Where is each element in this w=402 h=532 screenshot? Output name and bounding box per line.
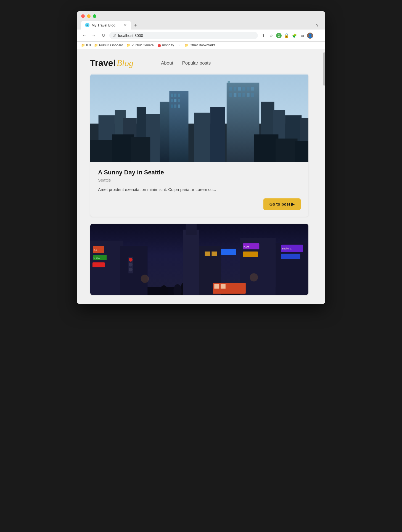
svg-rect-39 xyxy=(112,134,134,162)
blog-logo: Travel Blog xyxy=(90,58,133,68)
svg-rect-12 xyxy=(171,99,173,102)
svg-rect-42 xyxy=(276,139,298,162)
extension-lock-icon[interactable]: 🔒 xyxy=(284,33,289,38)
monday-icon: ⬤ xyxy=(158,44,161,47)
post-image-tokyo: 2.2 N SAL xyxy=(90,224,308,295)
svg-point-60 xyxy=(129,263,133,267)
bookmark-other[interactable]: 📁 Other Bookmarks xyxy=(185,43,215,47)
post-card-seattle: A Sunny Day in Seattle Seattle Amet proi… xyxy=(90,74,309,217)
post-footer-seattle: Go to post ▶ xyxy=(98,198,301,210)
svg-rect-57 xyxy=(92,262,105,267)
folder-icon: 📁 xyxy=(81,44,85,47)
back-button[interactable]: ← xyxy=(81,32,88,39)
security-lock-icon: ⓘ xyxy=(113,33,116,38)
svg-rect-13 xyxy=(174,99,176,102)
post-card-tokyo: 2.2 N SAL xyxy=(90,224,309,295)
post-body-seattle: A Sunny Day in Seattle Seattle Amet proi… xyxy=(90,162,308,217)
share-icon[interactable]: ⬆ xyxy=(261,33,266,38)
svg-text:H&M: H&M xyxy=(244,245,249,248)
post-location-seattle: Seattle xyxy=(98,178,301,182)
svg-point-59 xyxy=(129,258,133,262)
extension-g-icon[interactable]: G xyxy=(276,33,282,38)
close-button[interactable] xyxy=(81,14,85,18)
logo-blog-text: Blog xyxy=(117,58,133,68)
tab-bar: ⚛ My Travel Blog ✕ + ∨ xyxy=(81,21,321,30)
nav-popular-posts[interactable]: Popular posts xyxy=(182,60,211,66)
svg-rect-28 xyxy=(242,93,245,97)
post-title-seattle: A Sunny Day in Seattle xyxy=(98,169,301,176)
forward-button[interactable]: → xyxy=(91,32,97,39)
bookmark-label: Pursuit General xyxy=(131,43,154,47)
post-image-seattle xyxy=(90,74,308,162)
svg-rect-68 xyxy=(243,252,258,257)
svg-text:Euphoria: Euphoria xyxy=(282,247,292,250)
svg-rect-20 xyxy=(234,87,236,91)
tab-chevron-icon[interactable]: ∨ xyxy=(316,23,321,27)
bookmark-label: 8.0 xyxy=(86,43,91,47)
svg-rect-25 xyxy=(229,93,232,97)
reload-button[interactable]: ↻ xyxy=(100,32,107,39)
svg-rect-72 xyxy=(221,249,236,255)
folder-icon: 📁 xyxy=(126,44,130,47)
svg-rect-32 xyxy=(194,113,210,162)
svg-rect-30 xyxy=(251,93,254,97)
svg-rect-21 xyxy=(238,87,241,91)
extensions-icon[interactable]: 🧩 xyxy=(292,33,297,38)
profile-avatar[interactable]: 👤 xyxy=(307,33,313,39)
svg-rect-80 xyxy=(221,284,226,289)
svg-rect-9 xyxy=(171,94,173,97)
svg-rect-29 xyxy=(247,93,250,97)
url-text: localhost:3000 xyxy=(118,33,255,38)
tokyo-night-svg: 2.2 N SAL xyxy=(90,224,308,295)
svg-rect-23 xyxy=(247,87,250,91)
svg-rect-16 xyxy=(174,105,176,108)
svg-rect-79 xyxy=(214,284,219,289)
blog-header: Travel Blog About Popular posts xyxy=(77,49,322,74)
svg-rect-31 xyxy=(228,81,230,83)
svg-rect-40 xyxy=(131,137,150,162)
svg-rect-52 xyxy=(120,246,148,295)
tab-favicon: ⚛ xyxy=(85,23,89,27)
bookmark-monday[interactable]: ⬤ monday xyxy=(158,43,174,47)
svg-rect-71 xyxy=(281,254,300,259)
active-tab[interactable]: ⚛ My Travel Blog ✕ xyxy=(81,21,131,30)
bookmark-label: Pursuit Onboard xyxy=(99,43,123,47)
new-tab-button[interactable]: + xyxy=(131,21,140,30)
split-view-icon[interactable]: ▭ xyxy=(299,33,305,38)
svg-rect-43 xyxy=(295,141,308,162)
svg-rect-15 xyxy=(171,105,173,108)
tab-close-icon[interactable]: ✕ xyxy=(124,23,127,27)
scrollbar-thumb[interactable] xyxy=(323,52,325,86)
address-input[interactable]: ⓘ localhost:3000 xyxy=(109,32,258,39)
bookmark-8[interactable]: 📁 8.0 xyxy=(81,43,91,47)
svg-rect-11 xyxy=(178,94,180,97)
logo-travel-text: Travel xyxy=(90,58,116,68)
bookmark-star-icon[interactable]: ☆ xyxy=(268,33,274,38)
maximize-button[interactable] xyxy=(93,14,96,18)
bookmark-pursuit-onboard[interactable]: 📁 Pursuit Onboard xyxy=(94,43,123,47)
svg-rect-26 xyxy=(234,93,236,97)
svg-text:N SAL: N SAL xyxy=(94,257,100,259)
svg-rect-74 xyxy=(205,252,210,256)
scrollbar-track[interactable] xyxy=(322,49,325,304)
svg-rect-41 xyxy=(254,134,279,162)
svg-rect-63 xyxy=(186,224,197,235)
folder-icon: 📁 xyxy=(185,44,189,47)
minimize-button[interactable] xyxy=(87,14,91,18)
posts-container: A Sunny Day in Seattle Seattle Amet proi… xyxy=(77,74,322,304)
svg-text:2.2: 2.2 xyxy=(94,248,97,251)
traffic-lights xyxy=(81,14,321,18)
svg-rect-10 xyxy=(174,94,176,97)
seattle-skyline-svg xyxy=(90,74,308,162)
svg-rect-22 xyxy=(242,87,245,91)
svg-rect-17 xyxy=(178,105,180,108)
bookmark-pursuit-general[interactable]: 📁 Pursuit General xyxy=(126,43,154,47)
nav-about[interactable]: About xyxy=(161,60,173,66)
bookmark-label: monday xyxy=(162,43,174,47)
go-to-post-seattle-button[interactable]: Go to post ▶ xyxy=(263,198,301,210)
blog-nav: About Popular posts xyxy=(161,60,211,66)
svg-point-76 xyxy=(141,275,149,283)
svg-rect-62 xyxy=(183,230,199,296)
folder-icon: 📁 xyxy=(94,44,98,47)
menu-icon[interactable]: ⋮ xyxy=(315,33,321,38)
